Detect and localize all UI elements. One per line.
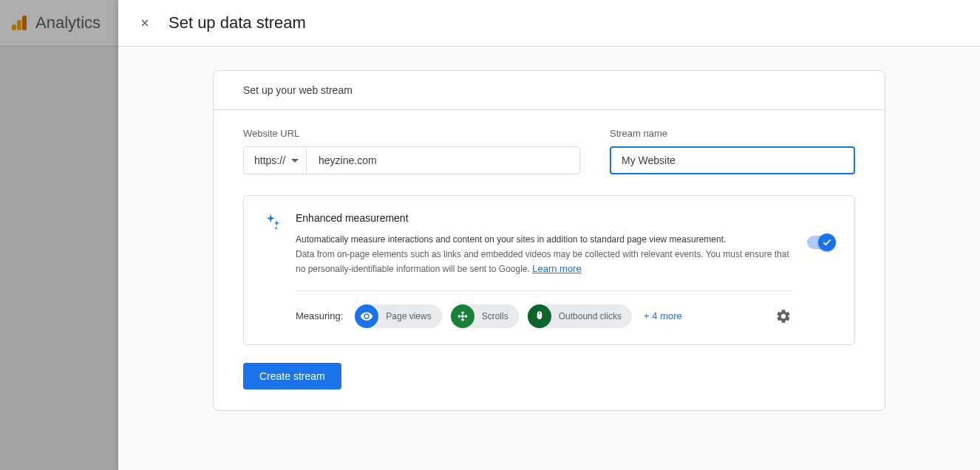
stream-name-label: Stream name (610, 128, 855, 139)
side-panel: Set up data stream Set up your web strea… (118, 0, 980, 470)
pill-label: Page views (386, 311, 431, 321)
stream-name-input[interactable] (610, 146, 855, 174)
scroll-icon (451, 304, 474, 328)
settings-button[interactable] (775, 307, 792, 325)
url-input[interactable] (306, 146, 580, 174)
click-icon (528, 304, 551, 328)
sparkle-icon (265, 214, 281, 230)
pill-page-views: Page views (355, 304, 441, 328)
pill-outbound-clicks: Outbound clicks (528, 304, 632, 328)
panel-title: Set up data stream (169, 13, 306, 33)
panel-body: Set up your web stream Website URL https… (118, 47, 980, 470)
protocol-select[interactable]: https:// (243, 146, 306, 174)
chevron-down-icon (291, 159, 299, 163)
url-label: Website URL (243, 128, 580, 139)
measuring-label: Measuring: (296, 310, 343, 321)
divider (296, 290, 792, 291)
create-stream-button[interactable]: Create stream (243, 363, 341, 389)
gear-icon (775, 308, 792, 324)
more-link[interactable]: + 4 more (644, 310, 682, 321)
enhanced-toggle[interactable] (807, 236, 834, 249)
setup-card: Set up your web stream Website URL https… (213, 70, 885, 411)
protocol-value: https:// (254, 154, 285, 166)
enhanced-subtitle: Automatically measure interactions and c… (296, 233, 792, 246)
check-icon (822, 237, 832, 248)
enhanced-measurement-box: Enhanced measurement Automatically measu… (243, 195, 855, 345)
close-icon (139, 17, 151, 29)
pill-label: Scrolls (482, 311, 508, 321)
pill-scrolls: Scrolls (451, 304, 519, 328)
eye-icon (355, 304, 378, 328)
close-button[interactable] (136, 14, 154, 32)
pill-label: Outbound clicks (559, 311, 622, 321)
enhanced-description: Data from on-page elements such as links… (296, 248, 792, 277)
panel-header: Set up data stream (118, 0, 980, 47)
learn-more-link[interactable]: Learn more (532, 263, 581, 274)
card-header: Set up your web stream (214, 71, 885, 110)
enhanced-title: Enhanced measurement (296, 212, 792, 224)
